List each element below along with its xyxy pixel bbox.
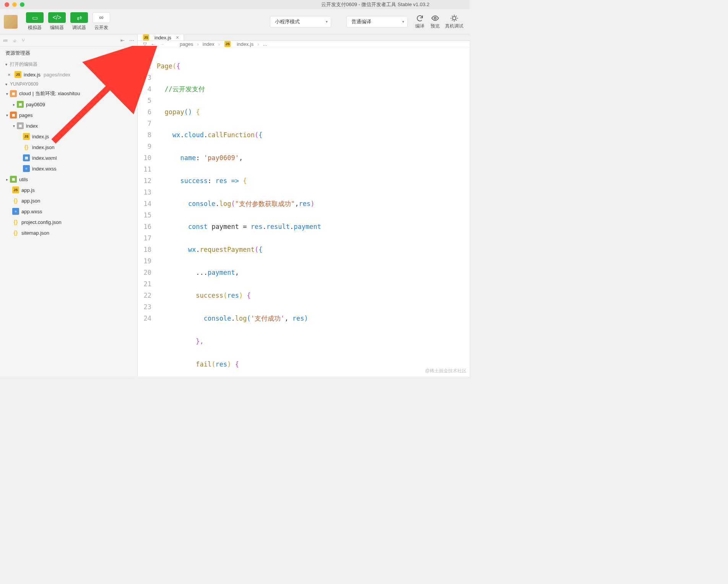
editor-button[interactable]: </> 编辑器 — [47, 12, 67, 31]
title-bar: 云开发支付0609 - 微信开发者工具 Stable v1.03.2 — [0, 0, 470, 9]
more-icon[interactable]: ⋯ — [129, 37, 134, 43]
js-file-icon: JS — [23, 133, 30, 140]
js-file-icon: JS — [15, 71, 21, 78]
editor-pane: JS index.js × ▽ ← → pages› index› JS ind… — [138, 34, 470, 376]
tree-file-sitemap[interactable]: {}sitemap.json — [0, 227, 137, 238]
crumb-symbol[interactable]: ... — [263, 41, 267, 47]
open-editor-item[interactable]: × JS index.js pages/index — [0, 69, 137, 80]
tree-file-indexwxml[interactable]: ▤index.wxml — [0, 152, 137, 163]
nav-forward-icon[interactable]: → — [159, 41, 164, 47]
bookmark-icon[interactable]: ▽ — [143, 41, 147, 47]
folder-icon: ▣ — [10, 176, 17, 183]
phone-icon: ▭ — [26, 12, 44, 23]
wxss-file-icon: ≡ — [23, 165, 30, 172]
open-editors-section[interactable]: ▾打开的编辑器 — [0, 60, 137, 69]
cloud-dev-button[interactable]: ∞ 云开发 — [92, 12, 111, 31]
tree-folder-pages[interactable]: ▾▣pages — [0, 110, 137, 120]
tree-file-indexjs[interactable]: JSindex.js — [0, 131, 137, 142]
code-icon: </> — [48, 12, 66, 23]
compile-select[interactable]: 普通编译 — [346, 16, 408, 28]
wxss-file-icon: ≡ — [12, 208, 19, 215]
js-file-icon: JS — [12, 187, 19, 193]
svg-point-0 — [434, 17, 436, 19]
bug-icon — [450, 14, 458, 22]
watermark: @稀土掘金技术社区 — [425, 368, 466, 374]
debugger-button[interactable]: ⇄ 调试器 — [70, 12, 89, 31]
tree-folder-index[interactable]: ▾▣index — [0, 120, 137, 131]
main-toolbar: ▭ 模拟器 </> 编辑器 ⇄ 调试器 ∞ 云开发 小程序模式 普通编译 编译 … — [0, 9, 470, 34]
line-gutter: 123456789101112131415161718192021222324 — [138, 49, 157, 376]
list-icon[interactable]: ≔ — [3, 37, 8, 43]
tree-file-appjs[interactable]: JSapp.js — [0, 185, 137, 195]
debug-icon: ⇄ — [70, 12, 88, 23]
crumb-file[interactable]: index.js — [237, 41, 253, 47]
tree-folder-pay[interactable]: ▸▣pay0609 — [0, 99, 137, 110]
json-file-icon: {} — [12, 229, 19, 236]
close-window-icon[interactable] — [5, 2, 9, 7]
close-tab-icon[interactable]: × — [176, 34, 179, 41]
json-file-icon: {} — [23, 144, 30, 151]
branch-icon[interactable]: ⑂ — [22, 37, 25, 43]
tree-folder-utils[interactable]: ▸▣utils — [0, 174, 137, 185]
panel-icon[interactable]: ⇤ — [120, 37, 125, 43]
folder-icon: ▣ — [17, 101, 24, 108]
code-lines[interactable]: Page({ //云开发支付 gopay() { wx.cloud.callFu… — [157, 49, 470, 376]
sidebar: ≔ ⌕ ⑂ ⇤ ⋯ 资源管理器 ▾打开的编辑器 × JS index.js pa… — [0, 34, 138, 376]
tree-file-appjson[interactable]: {}app.json — [0, 195, 137, 206]
tree-folder-cloud[interactable]: ▾▣cloud | 当前环境: xiaoshitou — [0, 88, 137, 99]
refresh-icon — [416, 14, 424, 22]
tab-indexjs[interactable]: JS index.js × — [138, 34, 184, 41]
nav-back-icon[interactable]: ← — [151, 41, 156, 47]
search-icon[interactable]: ⌕ — [13, 37, 16, 43]
project-section[interactable]: ▾YUNPAY0609 — [0, 80, 137, 88]
svg-point-1 — [453, 16, 456, 20]
sidebar-toolbar: ≔ ⌕ ⑂ ⇤ ⋯ — [0, 34, 137, 47]
mode-select[interactable]: 小程序模式 — [270, 16, 331, 28]
editor-tabs: JS index.js × — [138, 34, 470, 41]
folder-icon: ▣ — [10, 90, 17, 97]
preview-button[interactable]: 预览 — [427, 14, 443, 29]
compile-button[interactable]: 编译 — [412, 14, 427, 29]
crumb-index[interactable]: index — [203, 41, 214, 47]
tree-file-appwxss[interactable]: ≡app.wxss — [0, 206, 137, 217]
explorer-header: 资源管理器 — [0, 47, 137, 60]
minimize-window-icon[interactable] — [12, 2, 17, 7]
maximize-window-icon[interactable] — [20, 2, 24, 7]
avatar[interactable] — [4, 15, 18, 29]
window-controls — [0, 2, 24, 7]
file-tree: ▾▣cloud | 当前环境: xiaoshitou ▸▣pay0609 ▾▣p… — [0, 88, 137, 238]
code-editor[interactable]: 123456789101112131415161718192021222324 … — [138, 47, 470, 376]
tree-file-indexwxss[interactable]: ≡index.wxss — [0, 163, 137, 174]
js-file-icon: JS — [224, 41, 231, 47]
crumb-pages[interactable]: pages — [180, 41, 193, 47]
real-device-button[interactable]: 真机调试 — [443, 14, 466, 29]
simulator-button[interactable]: ▭ 模拟器 — [25, 12, 44, 31]
eye-icon — [431, 14, 439, 22]
cloud-icon: ∞ — [93, 12, 110, 23]
folder-icon: ▣ — [10, 112, 17, 118]
close-icon[interactable]: × — [8, 72, 14, 78]
main-area: ≔ ⌕ ⑂ ⇤ ⋯ 资源管理器 ▾打开的编辑器 × JS index.js pa… — [0, 34, 470, 376]
json-file-icon: {} — [12, 197, 19, 204]
json-file-icon: {} — [12, 219, 19, 225]
js-file-icon: JS — [143, 34, 149, 41]
wxml-file-icon: ▤ — [23, 154, 30, 161]
tree-file-indexjson[interactable]: {}index.json — [0, 142, 137, 152]
tree-file-projectconfig[interactable]: {}project.config.json — [0, 217, 137, 227]
window-title: 云开发支付0609 - 微信开发者工具 Stable v1.03.2 — [321, 1, 429, 8]
folder-icon: ▣ — [17, 122, 24, 129]
breadcrumb: ▽ ← → pages› index› JS index.js› ... — [138, 41, 470, 47]
